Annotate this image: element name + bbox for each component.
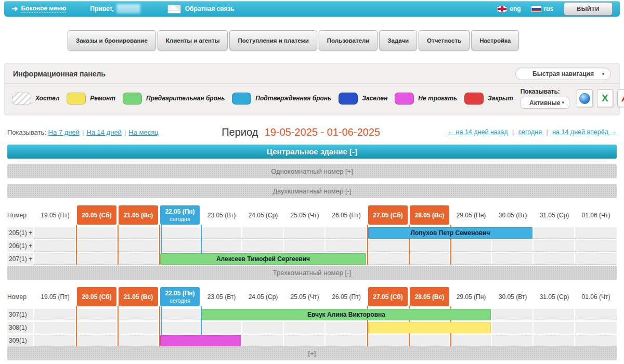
grid-cell[interactable] (34, 309, 76, 320)
grid-cell[interactable] (242, 240, 284, 252)
grid-cell[interactable] (284, 335, 326, 346)
grid-cell[interactable] (76, 253, 118, 265)
grid-cell[interactable] (492, 335, 534, 346)
grid-cell[interactable] (118, 309, 159, 320)
grid-cell[interactable] (76, 309, 118, 320)
period-back-link[interactable]: ← на 14 дней назад (448, 128, 508, 136)
grid-cell[interactable] (534, 240, 575, 252)
grid-cell[interactable] (242, 227, 284, 239)
grid-cell[interactable] (201, 227, 242, 239)
grid-cell[interactable] (201, 322, 242, 333)
grid-cell[interactable] (534, 253, 575, 265)
grid-cell[interactable] (534, 227, 575, 239)
building-header[interactable]: Центральное здание [-] (7, 145, 617, 159)
excel-export-icon[interactable]: X (597, 89, 613, 107)
grid-cell[interactable] (118, 253, 159, 265)
grid-cell[interactable] (118, 240, 159, 252)
grid-cell[interactable] (575, 227, 617, 239)
html-export-icon[interactable] (577, 89, 593, 107)
grid-cell[interactable] (534, 322, 575, 333)
grid-cell[interactable] (34, 240, 76, 252)
grid-cell[interactable] (534, 335, 575, 346)
grid-cell[interactable] (34, 227, 76, 239)
grid-cell[interactable] (118, 227, 159, 239)
grid-cell[interactable] (284, 322, 326, 333)
nav-tab[interactable]: Отчетность (419, 30, 470, 50)
grid-cell[interactable] (76, 322, 118, 333)
grid-cell[interactable] (575, 322, 617, 333)
grid-cell[interactable] (367, 240, 409, 252)
grid-cell[interactable] (409, 335, 450, 346)
booking-bar[interactable]: Алексеев Тимофей Сергеевич (160, 253, 366, 265)
range-link[interactable]: На месяц (128, 128, 158, 136)
quick-nav-select[interactable]: Быстрая навигация ▼ (515, 68, 611, 80)
grid-cell[interactable] (76, 335, 118, 346)
feedback-link[interactable]: Обратная связь (185, 5, 235, 12)
grid-cell[interactable] (326, 322, 367, 333)
grid-cell[interactable] (450, 253, 492, 265)
grid-cell[interactable] (34, 322, 76, 333)
booking-bar[interactable] (160, 335, 241, 346)
room-label[interactable]: 308(1) (7, 322, 34, 333)
expand-more-bar[interactable]: [+] (7, 346, 617, 360)
show-filter-select[interactable]: Активные ▼ (521, 97, 569, 109)
grid-cell[interactable] (492, 253, 534, 265)
lang-eng[interactable]: eng (497, 5, 521, 12)
grid-cell[interactable] (534, 309, 575, 320)
nav-tab[interactable]: Клиенты и агенты (158, 30, 228, 50)
grid-cell[interactable] (409, 253, 450, 265)
booking-bar[interactable] (368, 322, 491, 333)
grid-cell[interactable] (575, 240, 617, 252)
booking-bar[interactable]: Лопухов Петр Семенович (368, 227, 532, 239)
period-today-link[interactable]: сегодня (518, 128, 542, 136)
nav-tab[interactable]: Задачи (379, 30, 417, 50)
room-label[interactable]: 307(1) (7, 309, 34, 320)
range-link[interactable]: На 7 дней (48, 128, 80, 136)
grid-cell[interactable] (326, 240, 367, 252)
grid-cell[interactable] (450, 240, 492, 252)
room-label[interactable]: 309(1) (7, 335, 34, 346)
grid-cell[interactable] (34, 253, 76, 265)
category-header-twobedroom[interactable]: Двухкомнатный номер [-] (7, 184, 617, 198)
grid-cell[interactable] (326, 335, 367, 346)
grid-cell[interactable] (159, 240, 201, 252)
grid-cell[interactable] (367, 253, 409, 265)
nav-tab[interactable]: Заказы и бронирование (68, 30, 156, 50)
nav-tab[interactable]: Поступления и платежи (229, 30, 317, 50)
lang-rus[interactable]: rus (531, 5, 554, 12)
grid-cell[interactable] (242, 322, 284, 333)
nav-tab[interactable]: Настройка (471, 30, 519, 50)
grid-cell[interactable] (201, 240, 242, 252)
pdf-export-icon[interactable]: A (617, 89, 624, 107)
grid-cell[interactable] (367, 335, 409, 346)
grid-cell[interactable] (76, 227, 118, 239)
lang-rus-label[interactable]: rus (544, 5, 554, 12)
grid-cell[interactable] (492, 240, 534, 252)
period-forward-link[interactable]: на 14 дней вперёд → (552, 128, 617, 136)
grid-cell[interactable] (492, 309, 534, 320)
category-header-onebedroom[interactable]: Однокомнатный номер [+] (7, 164, 617, 178)
grid-cell[interactable] (575, 309, 617, 320)
grid-cell[interactable] (450, 335, 492, 346)
room-label[interactable]: 205(1) + (7, 227, 34, 239)
nav-tab[interactable]: Пользователи (319, 30, 378, 50)
logout-button[interactable]: выйти (564, 2, 613, 16)
category-header-threebedroom[interactable]: Трехкомнатный номер [-] (7, 266, 617, 280)
grid-cell[interactable] (118, 322, 159, 333)
grid-cell[interactable] (575, 253, 617, 265)
range-link[interactable]: На 14 дней (86, 128, 122, 136)
side-menu-link[interactable]: Боковое меню (21, 5, 67, 13)
grid-cell[interactable] (575, 335, 617, 346)
booking-bar[interactable]: Евчук Алина Викторовна (202, 309, 491, 320)
grid-cell[interactable] (159, 309, 201, 320)
grid-cell[interactable] (34, 335, 76, 346)
grid-cell[interactable] (76, 240, 118, 252)
grid-cell[interactable] (409, 240, 450, 252)
grid-cell[interactable] (492, 322, 534, 333)
grid-cell[interactable] (284, 240, 326, 252)
room-label[interactable]: 207(1) + (7, 253, 34, 265)
grid-cell[interactable] (326, 227, 367, 239)
grid-cell[interactable] (242, 335, 284, 346)
grid-cell[interactable] (118, 335, 159, 346)
grid-cell[interactable] (284, 227, 326, 239)
